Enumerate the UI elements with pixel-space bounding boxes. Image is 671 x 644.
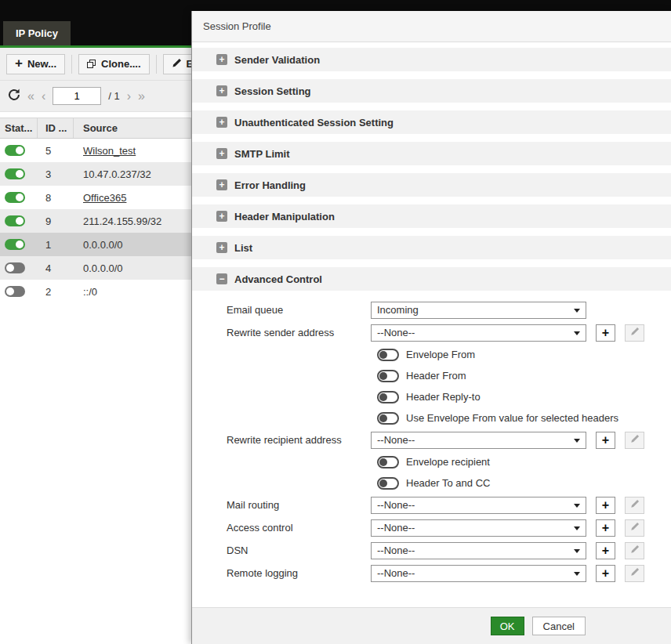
expand-icon[interactable]: − — [216, 273, 227, 284]
toggle-knob — [379, 372, 387, 380]
dropdown-value: --None-- — [377, 434, 415, 446]
edit-profile-button[interactable] — [625, 519, 644, 537]
last-page-icon[interactable]: » — [138, 90, 145, 103]
field-label: Mail routing — [227, 499, 371, 511]
section-header[interactable]: + Sender Validation — [192, 48, 671, 71]
section-header[interactable]: + Header Manipulation — [192, 204, 671, 228]
next-page-icon[interactable]: › — [127, 90, 131, 103]
policy-source: 0.0.0.0/0 — [74, 256, 191, 280]
table-row[interactable]: 5 Wilson_test — [0, 139, 191, 162]
panel-header: Session Profile — [192, 11, 671, 42]
policy-source[interactable]: Office365 — [74, 186, 191, 209]
section-header[interactable]: + Error Handling — [192, 173, 671, 197]
dropdown[interactable]: --None-- — [371, 432, 586, 449]
toolbar: + New... Clone.... Edit... — [0, 48, 191, 81]
toggle-switch[interactable] — [377, 349, 399, 361]
status-toggle[interactable] — [5, 168, 25, 179]
ok-button[interactable]: OK — [491, 617, 524, 635]
new-button[interactable]: + New... — [6, 54, 65, 74]
table-row[interactable]: 9 211.24.155.99/32 — [0, 209, 191, 233]
cancel-button[interactable]: Cancel — [532, 617, 586, 635]
expand-icon[interactable]: + — [216, 179, 227, 190]
toggle-switch[interactable] — [377, 477, 399, 490]
chevron-down-icon — [574, 331, 580, 335]
refresh-icon — [8, 89, 20, 103]
edit-button[interactable]: Edit... — [163, 54, 191, 74]
policy-table: Stat... ID ... Source 5 Wilson_test 3 10… — [0, 118, 191, 303]
add-profile-button[interactable]: + — [596, 324, 615, 342]
edit-profile-button[interactable] — [625, 565, 644, 582]
first-page-icon[interactable]: « — [27, 90, 34, 103]
status-cell — [0, 256, 38, 280]
refresh-button[interactable] — [8, 89, 20, 103]
expand-icon[interactable]: + — [216, 85, 227, 96]
dropdown[interactable]: --None-- — [371, 542, 586, 559]
dropdown[interactable]: --None-- — [371, 497, 586, 514]
panel-title: Session Profile — [203, 20, 271, 32]
expand-icon[interactable]: + — [216, 54, 227, 65]
toggle-label: Header To and CC — [406, 477, 490, 489]
expand-icon[interactable]: + — [216, 242, 227, 253]
header-source[interactable]: Source — [74, 118, 191, 138]
policy-source[interactable]: Wilson_test — [74, 139, 191, 162]
ip-policy-pane: IP Policy + New... Clone.... Edit... — [0, 0, 191, 644]
table-row[interactable]: 1 0.0.0.0/0 — [0, 233, 191, 256]
edit-profile-button[interactable] — [625, 497, 644, 514]
section-header[interactable]: − Advanced Control — [192, 267, 671, 291]
status-toggle[interactable] — [5, 286, 25, 297]
add-profile-button[interactable]: + — [596, 542, 615, 559]
section-header[interactable]: + List — [192, 236, 671, 259]
toggle-switch[interactable] — [377, 412, 399, 425]
chevron-down-icon — [574, 309, 580, 313]
row-actions: + — [596, 324, 644, 342]
add-profile-button[interactable]: + — [596, 519, 615, 537]
table-row[interactable]: 4 0.0.0.0/0 — [0, 256, 191, 280]
expand-icon[interactable]: + — [216, 211, 227, 222]
policy-id: 4 — [38, 256, 74, 280]
section-header[interactable]: + SMTP Limit — [192, 142, 671, 165]
add-profile-button[interactable]: + — [596, 565, 615, 582]
table-row[interactable]: 8 Office365 — [0, 186, 191, 209]
section-label: Advanced Control — [234, 273, 322, 285]
dropdown[interactable]: --None-- — [371, 565, 586, 582]
prev-page-icon[interactable]: ‹ — [42, 90, 45, 103]
dropdown[interactable]: Incoming — [371, 302, 586, 319]
status-toggle[interactable] — [5, 145, 25, 156]
status-toggle[interactable] — [5, 215, 25, 226]
header-status[interactable]: Stat... — [0, 118, 38, 138]
status-toggle[interactable] — [5, 192, 25, 203]
header-id[interactable]: ID ... — [38, 118, 74, 138]
toggle-switch[interactable] — [377, 370, 399, 382]
edit-profile-button[interactable] — [625, 324, 644, 342]
policy-id: 9 — [38, 209, 74, 233]
table-row[interactable]: 2 ::/0 — [0, 280, 191, 303]
add-profile-button[interactable]: + — [596, 497, 615, 514]
section-header[interactable]: + Unauthenticated Session Setting — [192, 110, 671, 134]
toggle-switch[interactable] — [377, 391, 399, 403]
add-profile-button[interactable]: + — [596, 432, 615, 449]
panel-footer: OK Cancel — [192, 607, 671, 644]
dropdown[interactable]: --None-- — [371, 324, 586, 342]
dropdown[interactable]: --None-- — [371, 519, 586, 537]
policy-source: 0.0.0.0/0 — [74, 233, 191, 256]
toggle-switch[interactable] — [377, 456, 399, 469]
tab-ip-policy[interactable]: IP Policy — [3, 21, 71, 45]
chevron-down-icon — [574, 572, 580, 576]
expand-icon[interactable]: + — [216, 117, 227, 128]
expand-icon[interactable]: + — [216, 148, 227, 159]
dropdown-value: --None-- — [377, 545, 415, 556]
section-header[interactable]: + Session Setting — [192, 79, 671, 103]
policy-id: 8 — [38, 186, 74, 209]
status-cell — [0, 162, 38, 186]
edit-profile-button[interactable] — [625, 432, 644, 449]
clone-button-label: Clone.... — [101, 58, 141, 70]
section-label: Sender Validation — [234, 54, 320, 66]
status-toggle[interactable] — [5, 239, 25, 250]
table-row[interactable]: 3 10.47.0.237/32 — [0, 162, 191, 186]
edit-profile-button[interactable] — [625, 542, 644, 559]
row-actions: + — [596, 519, 644, 537]
clone-button[interactable]: Clone.... — [78, 54, 150, 74]
tab-bar: IP Policy — [0, 0, 191, 45]
page-input[interactable] — [53, 87, 101, 105]
status-toggle[interactable] — [5, 262, 25, 273]
